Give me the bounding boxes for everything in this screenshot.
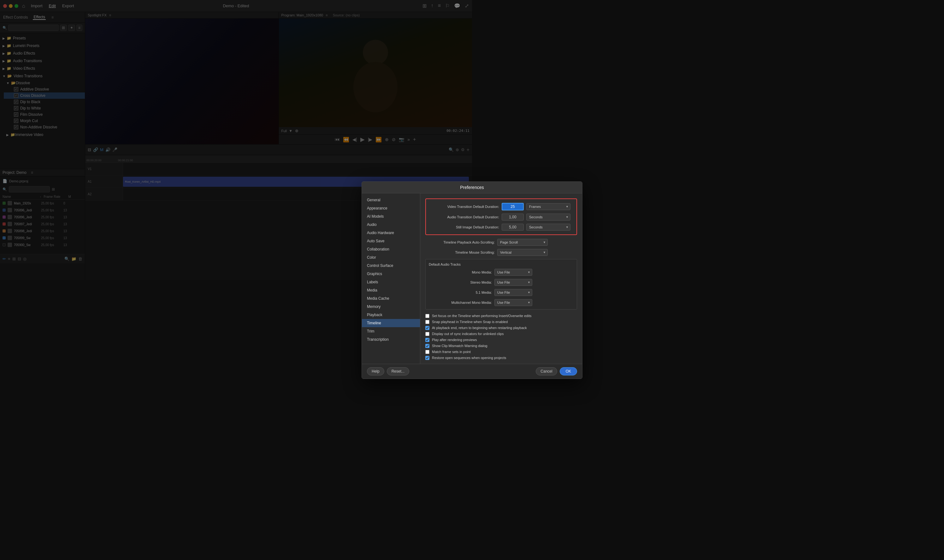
- timeline-mouse-row: Timeline Mouse Scrolling: Vertical Horiz…: [425, 249, 472, 256]
- settings-highlight-section: Video Transition Default Duration: 25 Fr…: [425, 198, 472, 235]
- default-audio-section: Default Audio Tracks Mono Media: Use Fil…: [425, 259, 472, 280]
- dialog-titlebar: Preferences: [362, 182, 472, 194]
- sidebar-audio-hardware[interactable]: Audio Hardware: [362, 229, 420, 237]
- dialog-body: General Appearance AI Models Audio Audio…: [362, 194, 472, 280]
- default-audio-label: Default Audio Tracks: [429, 263, 472, 266]
- dialog-overlay: Preferences General Appearance AI Models…: [0, 0, 472, 280]
- timeline-playback-label: Timeline Playback Auto-Scrolling:: [425, 240, 472, 244]
- preferences-dialog: Preferences General Appearance AI Models…: [361, 182, 472, 280]
- video-transition-row: Video Transition Default Duration: 25 Fr…: [430, 203, 472, 211]
- sidebar-audio[interactable]: Audio: [362, 220, 420, 229]
- sidebar-ai-models[interactable]: AI Models: [362, 212, 420, 220]
- still-image-row: Still Image Default Duration: 5,00 Secon…: [430, 224, 472, 231]
- audio-transition-label: Audio Transition Default Duration:: [430, 215, 472, 219]
- timeline-mouse-label: Timeline Mouse Scrolling:: [425, 251, 472, 254]
- still-image-label: Still Image Default Duration:: [430, 225, 472, 229]
- dialog-sidebar: General Appearance AI Models Audio Audio…: [362, 194, 420, 280]
- dialog-content: Video Transition Default Duration: 25 Fr…: [420, 194, 472, 280]
- sidebar-auto-save[interactable]: Auto Save: [362, 237, 420, 245]
- timeline-playback-row: Timeline Playback Auto-Scrolling: Page S…: [425, 239, 472, 246]
- sidebar-graphics[interactable]: Graphics: [362, 270, 420, 278]
- sidebar-color[interactable]: Color: [362, 253, 420, 262]
- sidebar-general[interactable]: General: [362, 196, 420, 204]
- mono-media-label: Mono Media:: [429, 271, 472, 274]
- audio-transition-row: Audio Transition Default Duration: 1,00 …: [430, 214, 472, 220]
- dialog-title: Preferences: [460, 185, 472, 190]
- sidebar-appearance[interactable]: Appearance: [362, 204, 420, 212]
- stereo-media-row: Stereo Media: Use File: [429, 279, 472, 280]
- sidebar-labels[interactable]: Labels: [362, 278, 420, 280]
- sidebar-collaboration[interactable]: Collaboration: [362, 245, 420, 253]
- mono-media-row: Mono Media: Use File: [429, 269, 472, 276]
- sidebar-control-surface[interactable]: Control Surface: [362, 262, 420, 270]
- video-transition-label: Video Transition Default Duration:: [430, 205, 472, 209]
